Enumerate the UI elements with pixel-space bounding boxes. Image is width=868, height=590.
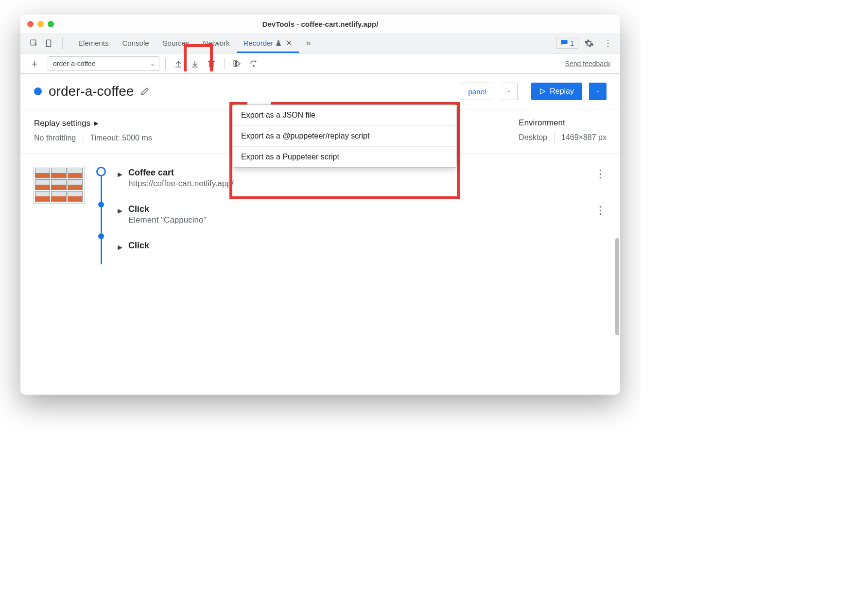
step-title: Click xyxy=(128,241,608,251)
step-replay-icon[interactable] xyxy=(230,57,244,70)
timeline xyxy=(96,166,106,264)
chevron-down-icon: ⌄ xyxy=(150,60,155,67)
step-title: Coffee cart xyxy=(128,168,587,178)
inspect-icon[interactable] xyxy=(29,38,39,48)
svg-rect-2 xyxy=(234,61,235,67)
devtools-tabbar: Elements Console Sources Network Recorde… xyxy=(20,33,620,53)
chevron-right-icon: ▸ xyxy=(94,118,99,128)
export-puppeteer-replay-option[interactable]: Export as a @puppeteer/replay script xyxy=(233,126,456,147)
new-recording-button[interactable]: ＋ xyxy=(24,56,45,71)
tab-console[interactable]: Console xyxy=(116,33,156,53)
device-toggle-icon[interactable] xyxy=(44,38,53,48)
recorder-toolbar: ＋ order-a-coffee ⌄ Send feedback xyxy=(20,53,620,74)
throttling-value: No throttling xyxy=(34,134,76,142)
issues-badge[interactable]: 1 xyxy=(556,38,578,49)
replay-settings-toggle[interactable]: Replay settings ▸ xyxy=(34,118,152,128)
recording-select[interactable]: order-a-coffee ⌄ xyxy=(48,56,159,71)
send-feedback-link[interactable]: Send feedback xyxy=(565,60,616,68)
svg-rect-1 xyxy=(47,40,51,47)
replay-button[interactable]: Replay xyxy=(531,83,582,100)
timeout-value: Timeout: 5000 ms xyxy=(90,134,152,142)
svg-point-3 xyxy=(253,65,254,66)
step-item[interactable]: ▶ Click xyxy=(118,239,608,264)
devtools-window: DevTools - coffee-cart.netlify.app/ Elem… xyxy=(20,15,620,395)
more-tabs-icon[interactable]: » xyxy=(301,38,315,48)
step-menu-icon[interactable]: ⋮ xyxy=(593,204,608,217)
export-icon[interactable] xyxy=(188,57,202,70)
step-item[interactable]: ▶ Click Element "Cappucino" ⋮ xyxy=(118,202,608,239)
close-tab-icon[interactable]: ✕ xyxy=(286,38,292,48)
window-title: DevTools - coffee-cart.netlify.app/ xyxy=(20,20,620,28)
steps-pane: ▶ Coffee cart https://coffee-cart.netlif… xyxy=(20,154,620,395)
edit-title-icon[interactable] xyxy=(140,87,149,96)
chevron-right-icon: ▶ xyxy=(118,241,122,251)
device-value: Desktop xyxy=(519,133,547,142)
tab-recorder[interactable]: Recorder ✕ xyxy=(237,33,299,53)
step-subtitle: Element "Cappucino" xyxy=(128,215,587,225)
tab-elements[interactable]: Elements xyxy=(71,33,116,53)
performance-panel-dropdown[interactable] xyxy=(500,83,518,100)
more-menu-icon[interactable]: ⋮ xyxy=(600,38,616,49)
performance-panel-button[interactable]: panel xyxy=(461,83,493,100)
import-icon[interactable] xyxy=(172,57,185,70)
status-dot xyxy=(34,87,42,95)
recording-title: order-a-coffee xyxy=(49,84,134,99)
step-over-icon[interactable] xyxy=(247,57,260,70)
experiment-icon xyxy=(275,40,282,47)
step-menu-icon[interactable]: ⋮ xyxy=(593,168,608,180)
step-subtitle: https://coffee-cart.netlify.app/ xyxy=(128,179,587,189)
chevron-right-icon: ▶ xyxy=(118,168,122,178)
viewport-value: 1469×887 px xyxy=(561,133,607,142)
page-thumbnail xyxy=(33,166,85,204)
scrollbar-thumb[interactable] xyxy=(615,238,619,335)
window-titlebar: DevTools - coffee-cart.netlify.app/ xyxy=(20,15,620,33)
replay-dropdown[interactable] xyxy=(589,83,607,100)
export-puppeteer-option[interactable]: Export as a Puppeteer script xyxy=(233,147,456,167)
export-dropdown: Export as a JSON file Export as a @puppe… xyxy=(233,104,456,168)
environment-heading: Environment xyxy=(519,118,607,128)
step-item[interactable]: ▶ Coffee cart https://coffee-cart.netlif… xyxy=(118,166,608,202)
step-title: Click xyxy=(128,204,587,214)
export-json-option[interactable]: Export as a JSON file xyxy=(233,105,456,126)
chevron-right-icon: ▶ xyxy=(118,204,122,214)
settings-icon[interactable] xyxy=(580,38,598,48)
